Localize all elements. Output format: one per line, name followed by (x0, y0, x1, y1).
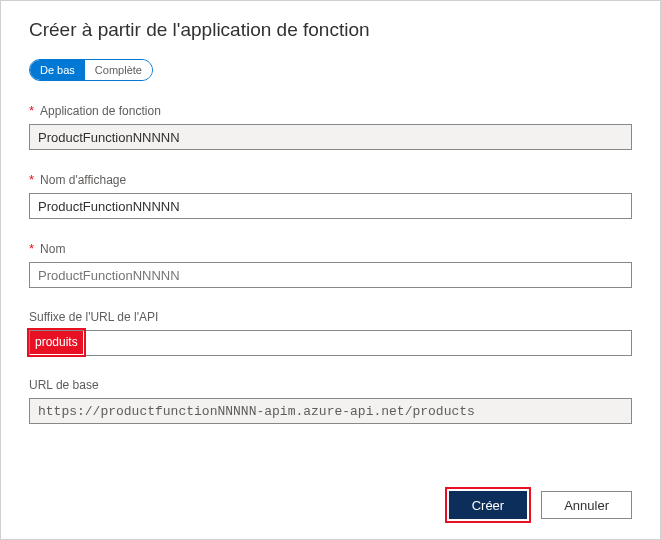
api-suffix-highlight: produits (27, 328, 86, 357)
required-asterisk: * (29, 241, 34, 256)
cancel-button[interactable]: Annuler (541, 491, 632, 519)
display-name-label: * Nom d'affichage (29, 172, 632, 187)
view-toggle: De bas Complète (29, 59, 153, 81)
create-button[interactable]: Créer (449, 491, 528, 519)
name-label: * Nom (29, 241, 632, 256)
name-input[interactable] (29, 262, 632, 288)
page-title: Créer à partir de l'application de fonct… (29, 19, 632, 41)
tab-complete[interactable]: Complète (85, 60, 152, 80)
base-url-input (29, 398, 632, 424)
footer-buttons: Créer Annuler (445, 487, 632, 523)
function-app-group: * Application de fonction (29, 103, 632, 150)
api-suffix-input[interactable] (29, 330, 632, 356)
name-group: * Nom (29, 241, 632, 288)
tab-basic[interactable]: De bas (30, 60, 85, 80)
required-asterisk: * (29, 172, 34, 187)
base-url-label: URL de base (29, 378, 632, 392)
create-button-highlight: Créer (445, 487, 532, 523)
required-asterisk: * (29, 103, 34, 118)
function-app-input[interactable] (29, 124, 632, 150)
display-name-input[interactable] (29, 193, 632, 219)
function-app-label: * Application de fonction (29, 103, 632, 118)
api-suffix-group: Suffixe de l'URL de l'API produits (29, 310, 632, 356)
api-suffix-value: produits (30, 331, 83, 354)
display-name-group: * Nom d'affichage (29, 172, 632, 219)
base-url-group: URL de base (29, 378, 632, 424)
api-suffix-label: Suffixe de l'URL de l'API (29, 310, 632, 324)
